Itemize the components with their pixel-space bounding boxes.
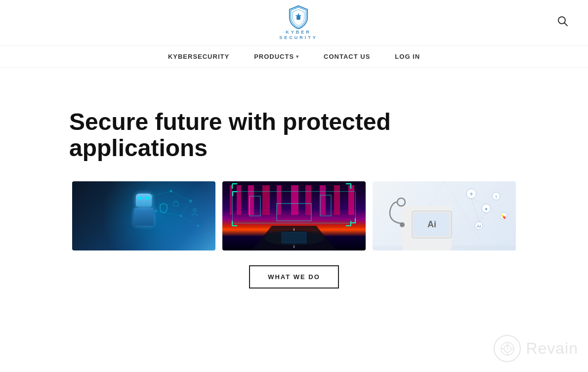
- revain-watermark: Revain: [494, 335, 578, 362]
- svg-rect-0: [296, 17, 300, 20]
- car-image: [222, 181, 366, 250]
- nav-item-login[interactable]: LOG IN: [395, 53, 420, 60]
- svg-line-11: [171, 191, 191, 201]
- svg-text:Ai: Ai: [427, 219, 436, 229]
- logo[interactable]: KYBER SECURITY: [279, 5, 318, 41]
- revain-brand-text: Revain: [526, 339, 578, 358]
- image-card-robot: [72, 181, 215, 250]
- svg-rect-16: [173, 202, 178, 206]
- nav-item-kybersecurity[interactable]: KYBERSECURITY: [168, 53, 229, 60]
- nav-item-contact[interactable]: CONTACT US: [324, 53, 370, 60]
- cta-area: WHAT WE DO: [0, 265, 588, 308]
- svg-line-15: [181, 216, 198, 226]
- search-icon[interactable]: [557, 16, 568, 30]
- svg-text:⚕: ⚕: [495, 195, 497, 199]
- svg-rect-35: [222, 181, 366, 223]
- svg-text:♥: ♥: [485, 207, 488, 211]
- image-card-medical: Ai + ♥ AI ⚕ 💊: [373, 181, 516, 250]
- robot-image: [72, 181, 215, 250]
- svg-text:+: +: [469, 191, 473, 198]
- what-we-do-button[interactable]: WHAT WE DO: [249, 265, 339, 289]
- revain-logo-icon: [494, 335, 521, 362]
- svg-point-46: [400, 222, 405, 227]
- hero-title: Secure future with protected application…: [69, 109, 499, 162]
- svg-point-45: [397, 198, 405, 206]
- medical-image: Ai + ♥ AI ⚕ 💊: [373, 181, 516, 250]
- svg-text:💊: 💊: [501, 214, 506, 219]
- svg-line-58: [479, 213, 486, 222]
- svg-line-12: [181, 201, 191, 216]
- svg-line-57: [471, 199, 479, 222]
- svg-text:AI: AI: [477, 224, 481, 229]
- nav-item-products[interactable]: PRODUCTS ▾: [254, 53, 299, 60]
- svg-line-13: [156, 211, 181, 216]
- main-nav: KYBERSECURITY PRODUCTS ▾ CONTACT US LOG …: [0, 46, 588, 68]
- hero-section: Secure future with protected application…: [0, 68, 588, 176]
- svg-line-2: [564, 23, 567, 26]
- chevron-down-icon: ▾: [296, 54, 299, 59]
- image-card-car: [222, 181, 366, 250]
- svg-point-17: [193, 208, 196, 211]
- header: KYBER SECURITY: [0, 0, 588, 46]
- brand-name: KYBER SECURITY: [279, 30, 318, 41]
- svg-line-59: [471, 199, 486, 204]
- svg-rect-23: [282, 232, 306, 243]
- image-grid: Ai + ♥ AI ⚕ 💊: [0, 181, 588, 250]
- logo-shield-icon: [286, 5, 311, 30]
